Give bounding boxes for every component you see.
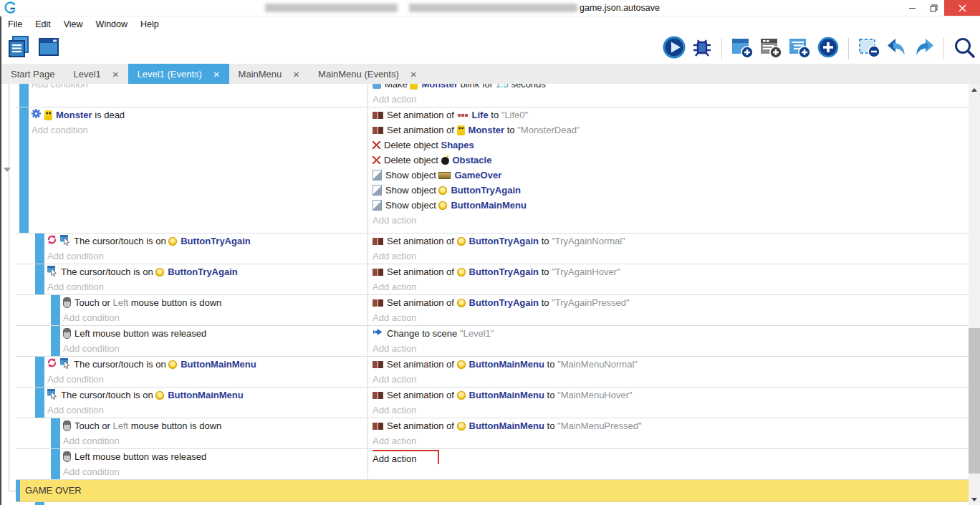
add-action-link[interactable]: Add action xyxy=(373,310,969,325)
annotation-highlight[interactable]: Add action xyxy=(373,450,439,464)
text-segment: GameOver xyxy=(454,170,501,181)
text-segment: Touch or xyxy=(75,420,112,431)
tab-level1[interactable]: Level1× xyxy=(64,64,128,84)
scene-editor-button[interactable] xyxy=(37,36,60,60)
tab-close-icon[interactable]: × xyxy=(213,69,220,80)
events-sheet: Add conditionMake Monster blink for 1.5 … xyxy=(0,84,980,505)
action[interactable]: Make Monster blink for 1.5 seconds xyxy=(373,84,969,92)
add-condition-link[interactable]: Add condition xyxy=(16,122,368,138)
redo-button[interactable] xyxy=(913,38,935,59)
action[interactable]: Set animation of Life to "Life0" xyxy=(373,107,969,122)
add-condition-link[interactable]: Add condition xyxy=(16,279,368,294)
add-condition-link[interactable]: Add condition xyxy=(16,464,368,479)
condition-lines: Touch or Left mouse button is downAdd co… xyxy=(16,295,368,325)
restore-button[interactable] xyxy=(923,0,944,16)
condition[interactable]: The cursor/touch is on ButtonMainMenu xyxy=(16,357,368,372)
add-action-link[interactable]: Add action xyxy=(373,92,969,107)
action[interactable]: Show object ButtonMainMenu xyxy=(373,198,969,213)
menu-view[interactable]: View xyxy=(57,19,90,29)
action[interactable]: Show object ButtonTryAgain xyxy=(373,183,969,198)
add-condition-link[interactable]: Add condition xyxy=(16,341,368,356)
text-segment: Monster xyxy=(421,84,458,90)
event-row: Touch or Left mouse button is downAdd co… xyxy=(16,295,969,326)
scroll-down-icon[interactable] xyxy=(971,498,977,501)
scroll-up-icon[interactable] xyxy=(971,88,977,92)
undo-button[interactable] xyxy=(886,38,908,59)
add-subevent-icon xyxy=(788,36,811,62)
tab-close-icon[interactable]: × xyxy=(293,69,299,80)
add-condition-link[interactable]: Add condition xyxy=(16,310,368,325)
condition[interactable]: The cursor/touch is on ButtonTryAgain xyxy=(16,234,368,249)
condition-lines: The cursor/touch is on ButtonMainMenuAdd… xyxy=(16,388,368,418)
debug-button[interactable] xyxy=(691,36,713,62)
event-row: Monster is deadAdd conditionSet animatio… xyxy=(16,107,969,234)
add-action-link[interactable]: Add action xyxy=(373,403,969,418)
close-button[interactable] xyxy=(944,0,980,16)
tab-level1-events[interactable]: Level1 (Events)× xyxy=(128,64,229,84)
condition[interactable]: Left mouse button was released xyxy=(16,449,368,464)
add-condition-link[interactable]: Add condition xyxy=(16,433,368,448)
condition[interactable]: Add condition xyxy=(16,84,368,92)
condition[interactable]: Monster is dead xyxy=(16,107,368,122)
button-yellow-icon xyxy=(155,268,164,276)
search-button[interactable] xyxy=(953,36,976,62)
actions-column: Set animation of ButtonMainMenu to "Main… xyxy=(368,357,969,387)
actions-column: Set animation of ButtonMainMenu to "Main… xyxy=(368,418,969,448)
tab-mainmenu-events[interactable]: MainMenu (Events)× xyxy=(309,64,426,84)
action[interactable]: Delete object Shapes xyxy=(373,138,969,153)
action[interactable]: Set animation of ButtonTryAgain to "TryA… xyxy=(373,234,969,249)
menu-window[interactable]: Window xyxy=(90,19,134,29)
add-subevent-button[interactable] xyxy=(788,36,811,62)
tab-mainmenu[interactable]: MainMenu× xyxy=(229,64,309,84)
add-event-button[interactable] xyxy=(731,36,754,62)
comment-row[interactable]: GAME OVER xyxy=(16,480,969,502)
scrollbar[interactable] xyxy=(969,84,980,505)
menu-file[interactable]: File xyxy=(1,19,29,29)
anim-icon xyxy=(373,269,383,276)
add-action-link[interactable]: Add action xyxy=(373,372,969,387)
remove-selection-button[interactable] xyxy=(858,36,880,62)
action-lines: Set animation of ButtonTryAgain to "TryA… xyxy=(373,234,969,264)
add-event-icon xyxy=(731,36,754,62)
add-action-link[interactable]: Add action xyxy=(373,249,969,264)
event-selection-bar[interactable] xyxy=(35,502,44,505)
minimize-button[interactable] xyxy=(901,0,923,16)
add-condition-link[interactable]: Add condition xyxy=(16,403,368,418)
menu-edit[interactable]: Edit xyxy=(29,19,57,29)
add-action-link[interactable]: Add action xyxy=(373,279,969,294)
add-condition-link[interactable]: Add condition xyxy=(16,372,368,387)
add-circle-button[interactable] xyxy=(817,36,840,62)
action[interactable]: Delete object Obstacle xyxy=(373,153,969,168)
condition[interactable]: The cursor/touch is on ButtonTryAgain xyxy=(16,264,368,279)
add-action-link[interactable]: Add action xyxy=(373,449,969,464)
add-action-link[interactable]: Add action xyxy=(373,433,969,448)
show-icon xyxy=(373,170,382,181)
menu-help[interactable]: Help xyxy=(134,19,165,29)
add-comment-button[interactable] xyxy=(759,36,782,62)
condition[interactable]: Left mouse button was released xyxy=(16,326,368,341)
scrollbar-thumb[interactable] xyxy=(969,328,980,473)
action[interactable]: Show object GameOver xyxy=(373,168,969,183)
condition[interactable]: Touch or Left mouse button is down xyxy=(16,418,368,433)
play-button[interactable] xyxy=(663,36,686,62)
tab-start-page[interactable]: Start Page xyxy=(1,64,64,84)
action[interactable]: Set animation of ButtonTryAgain to "TryA… xyxy=(373,264,969,279)
events-sheet-button[interactable] xyxy=(7,36,30,60)
tab-close-icon[interactable]: × xyxy=(112,69,119,80)
action[interactable]: Set animation of ButtonMainMenu to "Main… xyxy=(373,357,969,372)
collapse-expander-icon[interactable] xyxy=(4,168,11,172)
add-action-link[interactable]: Add action xyxy=(373,213,969,228)
action[interactable]: Set animation of ButtonTryAgain to "TryA… xyxy=(373,295,969,310)
action[interactable]: Set animation of ButtonMainMenu to "Main… xyxy=(373,418,969,433)
condition[interactable]: Touch or Left mouse button is down xyxy=(16,295,368,310)
add-condition-link[interactable]: Add condition xyxy=(16,249,368,264)
search-icon xyxy=(953,36,976,62)
add-action-link[interactable]: Add action xyxy=(373,341,969,356)
action[interactable]: Set animation of Monster to "MonsterDead… xyxy=(373,122,969,138)
action[interactable]: Set animation of ButtonMainMenu to "Main… xyxy=(373,388,969,403)
condition[interactable]: The cursor/touch is on ButtonMainMenu xyxy=(16,388,368,403)
action[interactable]: Change to scene "Level1" xyxy=(373,326,969,341)
tab-close-icon[interactable]: × xyxy=(410,69,417,80)
condition-lines: Add condition xyxy=(16,84,368,92)
comment-text: GAME OVER xyxy=(20,480,969,501)
